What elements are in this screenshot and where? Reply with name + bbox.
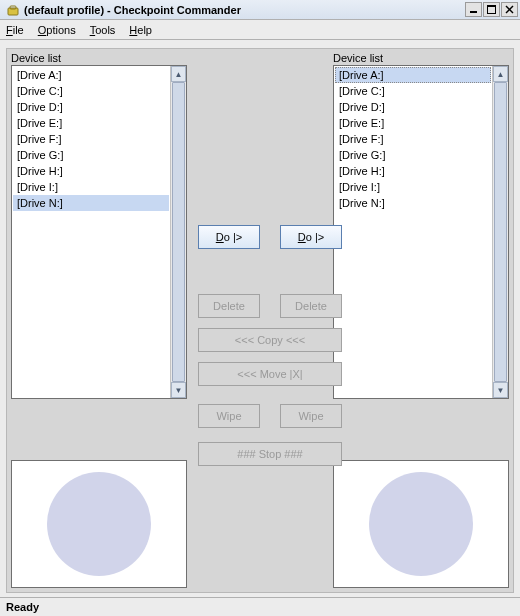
minimize-button[interactable] <box>465 2 482 17</box>
menu-bar: File Options Tools Help <box>0 20 520 40</box>
menu-help[interactable]: Help <box>129 24 152 36</box>
scroll-up-icon[interactable]: ▲ <box>493 66 508 82</box>
list-item[interactable]: [Drive H:] <box>13 163 169 179</box>
title-bar: (default profile) - Checkpoint Commander <box>0 0 520 20</box>
right-panel-label: Device list <box>333 52 509 64</box>
delete-left-button[interactable]: Delete <box>198 294 260 318</box>
status-bar: Ready <box>0 597 520 616</box>
left-pie-chart <box>11 460 187 588</box>
right-scrollbar[interactable]: ▲ ▼ <box>492 66 508 398</box>
list-item[interactable]: [Drive A:] <box>335 67 491 83</box>
stop-button[interactable]: ### Stop ### <box>198 442 342 466</box>
copy-button[interactable]: <<< Copy <<< <box>198 328 342 352</box>
status-text: Ready <box>6 601 39 613</box>
list-item[interactable]: [Drive F:] <box>335 131 491 147</box>
left-scrollbar[interactable]: ▲ ▼ <box>170 66 186 398</box>
pie-placeholder-icon <box>369 472 473 576</box>
left-panel-label: Device list <box>11 52 187 64</box>
list-item[interactable]: [Drive G:] <box>335 147 491 163</box>
scroll-down-icon[interactable]: ▼ <box>493 382 508 398</box>
right-pie-chart <box>333 460 509 588</box>
wipe-left-button[interactable]: Wipe <box>198 404 260 428</box>
list-item[interactable]: [Drive C:] <box>335 83 491 99</box>
right-panel: Device list [Drive A:][Drive C:][Drive D… <box>333 52 509 399</box>
close-button[interactable] <box>501 2 518 17</box>
svg-rect-2 <box>470 11 477 13</box>
menu-file[interactable]: File <box>6 24 24 36</box>
list-item[interactable]: [Drive D:] <box>13 99 169 115</box>
list-item[interactable]: [Drive C:] <box>13 83 169 99</box>
list-item[interactable]: [Drive N:] <box>13 195 169 211</box>
list-item[interactable]: [Drive N:] <box>335 195 491 211</box>
list-item[interactable]: [Drive H:] <box>335 163 491 179</box>
right-device-list[interactable]: [Drive A:][Drive C:][Drive D:][Drive E:]… <box>333 65 509 399</box>
list-item[interactable]: [Drive F:] <box>13 131 169 147</box>
scroll-up-icon[interactable]: ▲ <box>171 66 186 82</box>
maximize-button[interactable] <box>483 2 500 17</box>
inner-frame: Device list [Drive A:][Drive C:][Drive D… <box>6 48 514 593</box>
pie-placeholder-icon <box>47 472 151 576</box>
menu-tools[interactable]: Tools <box>90 24 116 36</box>
content-area: Device list [Drive A:][Drive C:][Drive D… <box>0 40 520 597</box>
scroll-down-icon[interactable]: ▼ <box>171 382 186 398</box>
wipe-right-button[interactable]: Wipe <box>280 404 342 428</box>
scroll-thumb[interactable] <box>494 82 507 382</box>
list-item[interactable]: [Drive G:] <box>13 147 169 163</box>
app-icon <box>6 3 20 17</box>
list-item[interactable]: [Drive E:] <box>335 115 491 131</box>
list-item[interactable]: [Drive A:] <box>13 67 169 83</box>
menu-options[interactable]: Options <box>38 24 76 36</box>
move-button[interactable]: <<< Move |X| <box>198 362 342 386</box>
list-item[interactable]: [Drive E:] <box>13 115 169 131</box>
svg-rect-4 <box>487 5 496 7</box>
list-item[interactable]: [Drive D:] <box>335 99 491 115</box>
list-item[interactable]: [Drive I:] <box>13 179 169 195</box>
delete-right-button[interactable]: Delete <box>280 294 342 318</box>
left-device-list[interactable]: [Drive A:][Drive C:][Drive D:][Drive E:]… <box>11 65 187 399</box>
do-right-button[interactable]: Do |> <box>280 225 342 249</box>
scroll-thumb[interactable] <box>172 82 185 382</box>
list-item[interactable]: [Drive I:] <box>335 179 491 195</box>
window-title: (default profile) - Checkpoint Commander <box>24 4 464 16</box>
left-panel: Device list [Drive A:][Drive C:][Drive D… <box>11 52 187 399</box>
do-left-button[interactable]: Do |> <box>198 225 260 249</box>
